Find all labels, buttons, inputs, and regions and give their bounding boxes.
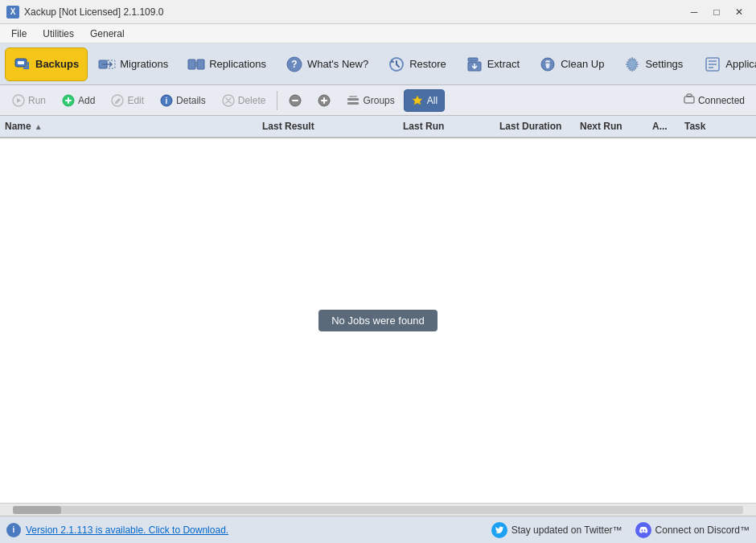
replications-icon xyxy=(187,56,205,73)
svg-rect-25 xyxy=(347,98,359,101)
svg-text:?: ? xyxy=(291,59,297,70)
status-bar: i Version 2.1.113 is available. Click to… xyxy=(0,516,756,543)
nav-whats-new-label: What's New? xyxy=(307,58,368,70)
scrollbar-track[interactable] xyxy=(13,506,743,514)
nav-settings[interactable]: Settings xyxy=(614,47,692,81)
groups-icon xyxy=(347,94,360,107)
col-header-last-run: Last Run xyxy=(403,121,499,132)
twitter-social[interactable]: Stay updated on Twitter™ xyxy=(491,522,622,538)
add-label: Add xyxy=(78,95,95,106)
horizontal-scrollbar[interactable] xyxy=(0,503,756,516)
twitter-label: Stay updated on Twitter™ xyxy=(512,524,622,536)
nav-backups[interactable]: Backups xyxy=(5,47,88,81)
run-label: Run xyxy=(28,95,46,106)
nav-clean-up[interactable]: Clean Up xyxy=(530,47,613,81)
add-button[interactable]: Add xyxy=(55,89,102,112)
sort-arrow: ▲ xyxy=(35,122,43,131)
nav-settings-label: Settings xyxy=(645,58,683,70)
svg-rect-29 xyxy=(684,97,694,103)
minimize-button[interactable]: ─ xyxy=(684,3,705,21)
col-header-task: Task xyxy=(684,121,751,132)
filter-plus-button[interactable] xyxy=(310,89,338,112)
empty-message: No Jobs were found xyxy=(318,310,438,331)
delete-button[interactable]: Delete xyxy=(215,89,273,112)
groups-label: Groups xyxy=(363,95,394,106)
nav-replications-label: Replications xyxy=(209,58,266,70)
menu-file[interactable]: File xyxy=(3,27,35,41)
filter-minus-button[interactable] xyxy=(281,89,309,112)
scrollbar-thumb[interactable] xyxy=(13,506,61,514)
connected-icon xyxy=(684,93,695,107)
nav-migrations[interactable]: Migrations xyxy=(89,47,177,81)
menu-general[interactable]: General xyxy=(82,27,133,41)
nav-restore[interactable]: Restore xyxy=(379,47,455,81)
svg-rect-1 xyxy=(18,61,24,64)
nav-backups-label: Backups xyxy=(35,58,79,70)
backups-icon xyxy=(14,56,31,73)
extract-icon xyxy=(466,56,483,73)
edit-label: Edit xyxy=(127,95,144,106)
details-label: Details xyxy=(176,95,206,106)
migrations-icon xyxy=(98,56,116,73)
discord-social[interactable]: Connect on Discord™ xyxy=(635,522,750,538)
main-content: No Jobs were found xyxy=(0,138,756,503)
nav-toolbar: Backups Migrations Replications ? xyxy=(0,43,756,85)
nav-app-log[interactable]: Application Log xyxy=(695,47,756,81)
restore-icon xyxy=(388,56,405,73)
svg-rect-27 xyxy=(349,96,357,97)
svg-text:i: i xyxy=(166,97,168,105)
clean-up-icon xyxy=(539,56,557,73)
maximize-button[interactable]: □ xyxy=(706,3,727,21)
menu-utilities[interactable]: Utilities xyxy=(35,27,82,41)
svg-rect-4 xyxy=(188,60,195,69)
minus-icon xyxy=(289,94,302,107)
edit-icon xyxy=(111,94,124,107)
table-header: Name ▲ Last Result Last Run Last Duratio… xyxy=(0,116,756,138)
col-header-name: Name ▲ xyxy=(5,121,262,132)
run-icon xyxy=(12,94,25,107)
svg-rect-30 xyxy=(687,94,692,97)
nav-restore-label: Restore xyxy=(409,58,446,70)
run-button[interactable]: Run xyxy=(5,89,53,112)
svg-marker-28 xyxy=(413,96,422,105)
all-filter-button[interactable]: All xyxy=(404,89,445,112)
nav-extract-label: Extract xyxy=(487,58,520,70)
svg-rect-5 xyxy=(197,60,204,69)
discord-label: Connect on Discord™ xyxy=(655,524,750,536)
title-bar: X Xackup [Not Licensed] 2.1.109.0 ─ □ ✕ xyxy=(0,0,756,24)
app-icon: X xyxy=(6,6,19,19)
col-header-next-run: Next Run xyxy=(580,121,652,132)
app-log-icon xyxy=(704,56,721,73)
all-icon xyxy=(411,94,424,107)
status-left[interactable]: i Version 2.1.113 is available. Click to… xyxy=(6,523,491,537)
delete-icon xyxy=(222,94,235,107)
empty-message-area: No Jobs were found xyxy=(0,138,756,503)
update-message[interactable]: Version 2.1.113 is available. Click to D… xyxy=(26,524,228,536)
window-controls: ─ □ ✕ xyxy=(684,3,750,21)
settings-icon xyxy=(623,56,641,73)
action-toolbar: Run Add Edit i Details xyxy=(0,85,756,116)
version-icon: i xyxy=(6,523,21,537)
nav-replications[interactable]: Replications xyxy=(179,47,275,81)
twitter-icon xyxy=(491,522,507,538)
connected-label: Connected xyxy=(698,95,745,106)
whats-new-icon: ? xyxy=(286,56,303,73)
close-button[interactable]: ✕ xyxy=(729,3,750,21)
nav-whats-new[interactable]: ? What's New? xyxy=(277,47,377,81)
plus-icon xyxy=(318,94,331,107)
groups-button[interactable]: Groups xyxy=(339,89,401,112)
edit-button[interactable]: Edit xyxy=(104,89,151,112)
nav-extract[interactable]: Extract xyxy=(457,47,528,81)
details-icon: i xyxy=(160,94,173,107)
separator-1 xyxy=(277,91,277,110)
col-header-last-duration: Last Duration xyxy=(499,121,580,132)
col-header-a: A... xyxy=(652,121,684,132)
add-icon xyxy=(62,94,75,107)
window-title: Xackup [Not Licensed] 2.1.109.0 xyxy=(24,6,163,18)
all-label: All xyxy=(427,95,438,106)
status-right: Stay updated on Twitter™ Connect on Disc… xyxy=(491,522,750,538)
details-button[interactable]: i Details xyxy=(153,89,213,112)
discord-icon xyxy=(635,522,651,538)
menu-bar: File Utilities General xyxy=(0,24,756,43)
connected-status: Connected xyxy=(677,93,751,107)
